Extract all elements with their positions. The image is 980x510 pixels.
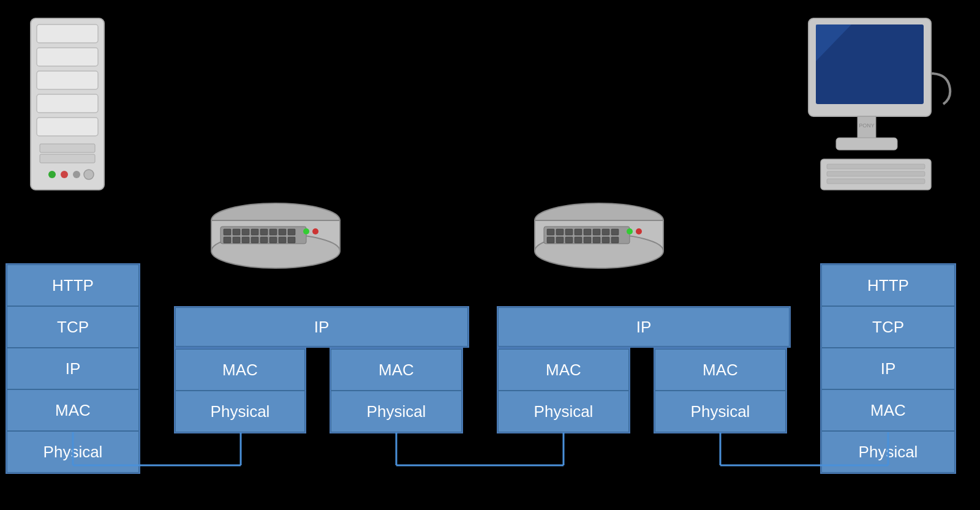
svg-rect-39: [270, 237, 277, 243]
svg-point-10: [73, 171, 80, 178]
svg-rect-35: [233, 237, 240, 243]
server-icon: [18, 12, 116, 202]
svg-rect-34: [224, 237, 231, 243]
svg-rect-55: [611, 229, 619, 235]
router1-left-stack: MAC Physical: [174, 348, 306, 433]
network-diagram: { "diagram": { "title": "Network Protoco…: [0, 0, 980, 510]
svg-rect-29: [251, 229, 258, 235]
svg-rect-57: [556, 237, 564, 243]
client-layer-mac: MAC: [821, 389, 955, 431]
client-layer-physical: Physical: [821, 431, 955, 473]
router1-left-layer-physical: Physical: [175, 391, 305, 432]
svg-rect-33: [288, 229, 295, 235]
router2-left-stack: MAC Physical: [497, 348, 630, 433]
svg-rect-51: [575, 229, 582, 235]
svg-rect-26: [224, 229, 231, 235]
svg-rect-63: [611, 237, 619, 243]
router2-right-stack: MAC Physical: [654, 348, 787, 433]
router1-ip-layer: IP: [174, 306, 469, 348]
svg-rect-21: [827, 179, 925, 184]
svg-text:PONY: PONY: [859, 122, 875, 129]
server-stack: HTTP TCP IP MAC Physical: [6, 263, 140, 474]
svg-rect-48: [547, 229, 554, 235]
svg-rect-27: [233, 229, 240, 235]
svg-point-42: [303, 228, 309, 234]
svg-rect-53: [593, 229, 600, 235]
svg-rect-50: [565, 229, 573, 235]
svg-rect-20: [827, 171, 925, 176]
svg-rect-3: [37, 71, 98, 89]
router1-left-layer-mac: MAC: [175, 349, 305, 391]
svg-point-9: [61, 171, 68, 178]
svg-rect-5: [37, 118, 98, 136]
svg-rect-19: [827, 164, 925, 169]
svg-rect-15: [858, 116, 876, 141]
svg-point-64: [627, 228, 633, 234]
client-stack: HTTP TCP IP MAC Physical: [820, 263, 956, 474]
svg-rect-31: [270, 229, 277, 235]
client-layer-ip: IP: [821, 348, 955, 389]
svg-rect-36: [242, 237, 249, 243]
svg-rect-6: [40, 144, 95, 152]
router1-right-layer-physical: Physical: [331, 391, 462, 432]
client-layer-tcp: TCP: [821, 306, 955, 348]
client-layer-http: HTTP: [821, 264, 955, 306]
router2-right-layer-physical: Physical: [655, 391, 786, 432]
svg-rect-41: [288, 237, 295, 243]
router1-icon: [208, 202, 343, 269]
svg-rect-61: [593, 237, 600, 243]
svg-rect-1: [37, 24, 98, 43]
svg-rect-32: [279, 229, 286, 235]
svg-rect-38: [260, 237, 268, 243]
svg-rect-40: [279, 237, 286, 243]
svg-rect-54: [602, 229, 609, 235]
server-layer-physical: Physical: [7, 431, 139, 473]
svg-point-11: [84, 170, 94, 179]
svg-rect-2: [37, 48, 98, 66]
router1-layer-ip: IP: [175, 307, 468, 347]
server-layer-mac: MAC: [7, 389, 139, 431]
svg-rect-59: [575, 237, 582, 243]
svg-rect-58: [565, 237, 573, 243]
router2-layer-ip: IP: [498, 307, 790, 347]
router1-right-layer-mac: MAC: [331, 349, 462, 391]
svg-rect-28: [242, 229, 249, 235]
svg-rect-56: [547, 237, 554, 243]
svg-rect-30: [260, 229, 268, 235]
client-computer-icon: PONY: [802, 12, 962, 202]
svg-point-43: [312, 228, 318, 234]
svg-rect-37: [251, 237, 258, 243]
svg-rect-52: [584, 229, 591, 235]
svg-rect-4: [37, 94, 98, 113]
server-layer-tcp: TCP: [7, 306, 139, 348]
svg-rect-60: [584, 237, 591, 243]
svg-rect-49: [556, 229, 564, 235]
router2-left-layer-mac: MAC: [498, 349, 629, 391]
svg-point-65: [636, 228, 642, 234]
router2-ip-layer: IP: [497, 306, 791, 348]
router1-right-stack: MAC Physical: [330, 348, 463, 433]
router2-left-layer-physical: Physical: [498, 391, 629, 432]
server-layer-ip: IP: [7, 348, 139, 389]
router2-icon: [532, 202, 666, 269]
server-layer-http: HTTP: [7, 264, 139, 306]
svg-point-8: [48, 171, 56, 178]
router2-right-layer-mac: MAC: [655, 349, 786, 391]
svg-rect-7: [40, 154, 95, 163]
svg-rect-62: [602, 237, 609, 243]
svg-rect-16: [836, 138, 897, 150]
